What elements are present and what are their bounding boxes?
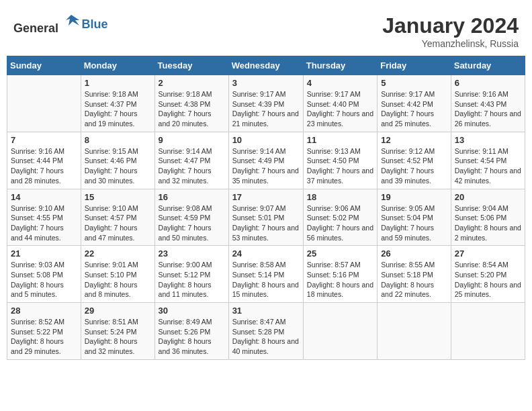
sunrise-text: Sunrise: 8:47 AM: [232, 317, 300, 327]
page-header: General Blue January 2024 Yemanzhelinsk,…: [7, 7, 525, 52]
svg-marker-0: [66, 15, 79, 26]
calendar-cell: 16Sunrise: 9:08 AMSunset: 4:59 PMDayligh…: [154, 189, 228, 246]
day-number: 5: [381, 78, 447, 88]
calendar-cell: 15Sunrise: 9:10 AMSunset: 4:57 PMDayligh…: [81, 189, 154, 246]
header-tuesday: Tuesday: [154, 56, 228, 75]
sunset-text: Sunset: 4:50 PM: [307, 156, 373, 166]
calendar-cell: 14Sunrise: 9:10 AMSunset: 4:55 PMDayligh…: [7, 189, 81, 246]
calendar-cell: 23Sunrise: 9:00 AMSunset: 5:12 PMDayligh…: [154, 246, 228, 303]
day-number: 21: [11, 248, 77, 259]
sunset-text: Sunset: 4:47 PM: [159, 156, 225, 166]
sunrise-text: Sunrise: 8:49 AM: [159, 317, 225, 327]
calendar-week-row: 21Sunrise: 9:03 AMSunset: 5:08 PMDayligh…: [7, 246, 525, 303]
sunrise-text: Sunrise: 9:12 AM: [381, 146, 447, 156]
daylight-text: Daylight: 7 hours and 59 minutes.: [381, 223, 447, 242]
day-number: 19: [381, 192, 447, 202]
calendar-cell: 2Sunrise: 9:18 AMSunset: 4:38 PMDaylight…: [154, 75, 228, 132]
sunset-text: Sunset: 5:18 PM: [381, 270, 447, 280]
daylight-text: Daylight: 8 hours and 5 minutes.: [11, 280, 77, 300]
day-number: 8: [85, 135, 151, 145]
sunset-text: Sunset: 5:28 PM: [232, 327, 300, 337]
sunset-text: Sunset: 5:01 PM: [232, 213, 300, 223]
day-number: 17: [232, 192, 300, 202]
sunrise-text: Sunrise: 9:14 AM: [232, 146, 300, 156]
sunset-text: Sunset: 4:59 PM: [159, 213, 225, 223]
sunset-text: Sunset: 4:57 PM: [85, 213, 151, 223]
day-number: 7: [11, 135, 77, 145]
daylight-text: Daylight: 7 hours and 53 minutes.: [232, 223, 300, 242]
day-number: 31: [232, 306, 300, 316]
day-number: 10: [232, 135, 300, 145]
calendar-cell: 30Sunrise: 8:49 AMSunset: 5:26 PMDayligh…: [154, 303, 228, 360]
sunrise-text: Sunrise: 9:15 AM: [85, 146, 151, 156]
daylight-text: Daylight: 7 hours and 25 minutes.: [381, 109, 447, 128]
sunset-text: Sunset: 4:44 PM: [11, 156, 77, 166]
day-number: 18: [307, 192, 373, 202]
daylight-text: Daylight: 7 hours and 26 minutes.: [455, 109, 521, 128]
calendar-cell: [451, 303, 525, 360]
calendar-cell: 7Sunrise: 9:16 AMSunset: 4:44 PMDaylight…: [7, 132, 81, 189]
day-number: 25: [307, 248, 373, 259]
daylight-text: Daylight: 8 hours and 29 minutes.: [11, 336, 77, 356]
sunset-text: Sunset: 4:49 PM: [232, 156, 300, 166]
sunset-text: Sunset: 5:08 PM: [11, 270, 77, 280]
sunrise-text: Sunrise: 9:04 AM: [455, 203, 521, 214]
calendar-week-row: 28Sunrise: 8:52 AMSunset: 5:22 PMDayligh…: [7, 303, 525, 360]
calendar-cell: 18Sunrise: 9:06 AMSunset: 5:02 PMDayligh…: [303, 189, 377, 246]
day-number: 26: [381, 248, 447, 259]
daylight-text: Daylight: 7 hours and 47 minutes.: [85, 223, 151, 242]
sunset-text: Sunset: 5:04 PM: [381, 213, 447, 223]
daylight-text: Daylight: 8 hours and 18 minutes.: [307, 280, 373, 300]
logo-general-text: General: [13, 21, 58, 35]
calendar-cell: 11Sunrise: 9:13 AMSunset: 4:50 PMDayligh…: [303, 132, 377, 189]
header-wednesday: Wednesday: [228, 56, 303, 75]
day-number: 30: [159, 306, 225, 316]
calendar-week-row: 7Sunrise: 9:16 AMSunset: 4:44 PMDaylight…: [7, 132, 525, 189]
sunset-text: Sunset: 5:26 PM: [159, 327, 225, 337]
daylight-text: Daylight: 7 hours and 28 minutes.: [11, 166, 77, 185]
calendar-cell: 29Sunrise: 8:51 AMSunset: 5:24 PMDayligh…: [81, 303, 154, 360]
sunset-text: Sunset: 5:10 PM: [85, 270, 151, 280]
month-title: January 2024: [382, 13, 519, 38]
day-number: 6: [455, 78, 521, 88]
sunrise-text: Sunrise: 9:17 AM: [232, 89, 300, 99]
sunset-text: Sunset: 4:46 PM: [85, 156, 151, 166]
sunset-text: Sunset: 4:52 PM: [381, 156, 447, 166]
calendar-cell: 10Sunrise: 9:14 AMSunset: 4:49 PMDayligh…: [228, 132, 303, 189]
calendar-cell: 8Sunrise: 9:15 AMSunset: 4:46 PMDaylight…: [81, 132, 154, 189]
sunrise-text: Sunrise: 8:55 AM: [381, 260, 447, 270]
calendar-cell: 25Sunrise: 8:57 AMSunset: 5:16 PMDayligh…: [303, 246, 377, 303]
day-number: 23: [159, 248, 225, 259]
calendar-cell: 13Sunrise: 9:11 AMSunset: 4:54 PMDayligh…: [451, 132, 525, 189]
sunrise-text: Sunrise: 8:51 AM: [85, 317, 151, 327]
sunset-text: Sunset: 5:06 PM: [455, 213, 521, 223]
sunrise-text: Sunrise: 9:01 AM: [85, 260, 151, 270]
sunrise-text: Sunrise: 9:14 AM: [159, 146, 225, 156]
day-number: 29: [85, 306, 151, 316]
title-block: January 2024 Yemanzhelinsk, Russia: [382, 13, 519, 49]
logo: General Blue: [13, 13, 108, 36]
day-number: 13: [455, 135, 521, 145]
day-number: 9: [159, 135, 225, 145]
daylight-text: Daylight: 7 hours and 23 minutes.: [307, 109, 373, 128]
sunset-text: Sunset: 4:42 PM: [381, 99, 447, 109]
daylight-text: Daylight: 7 hours and 44 minutes.: [11, 223, 77, 242]
calendar-cell: 6Sunrise: 9:16 AMSunset: 4:43 PMDaylight…: [451, 75, 525, 132]
daylight-text: Daylight: 8 hours and 25 minutes.: [455, 280, 521, 300]
day-number: 2: [159, 78, 225, 88]
calendar-cell: 24Sunrise: 8:58 AMSunset: 5:14 PMDayligh…: [228, 246, 303, 303]
day-number: 15: [85, 192, 151, 202]
calendar-week-row: 1Sunrise: 9:18 AMSunset: 4:37 PMDaylight…: [7, 75, 525, 132]
daylight-text: Daylight: 7 hours and 37 minutes.: [307, 166, 373, 185]
day-number: 14: [11, 192, 77, 202]
calendar-header-row: SundayMondayTuesdayWednesdayThursdayFrid…: [7, 56, 525, 75]
location-subtitle: Yemanzhelinsk, Russia: [382, 38, 519, 49]
sunrise-text: Sunrise: 9:00 AM: [159, 260, 225, 270]
daylight-text: Daylight: 8 hours and 8 minutes.: [85, 280, 151, 300]
calendar-cell: 19Sunrise: 9:05 AMSunset: 5:04 PMDayligh…: [378, 189, 451, 246]
calendar-cell: 9Sunrise: 9:14 AMSunset: 4:47 PMDaylight…: [154, 132, 228, 189]
logo-blue-text: Blue: [82, 17, 108, 31]
day-number: 12: [381, 135, 447, 145]
calendar-cell: 12Sunrise: 9:12 AMSunset: 4:52 PMDayligh…: [378, 132, 451, 189]
sunrise-text: Sunrise: 8:58 AM: [232, 260, 300, 270]
